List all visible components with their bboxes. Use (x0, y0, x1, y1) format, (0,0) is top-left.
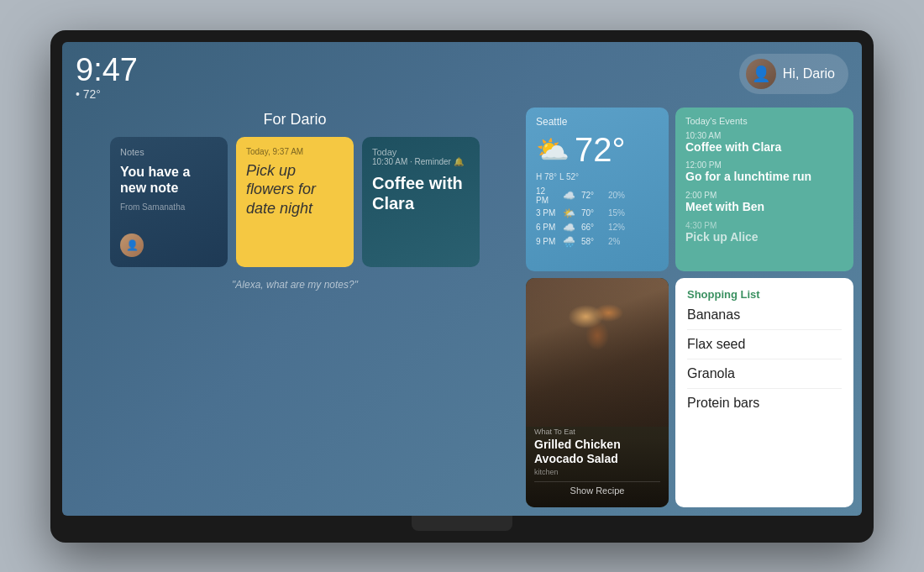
food-decoration (559, 286, 635, 362)
right-bottom-row: What To Eat Grilled Chicken Avocado Sala… (526, 278, 853, 507)
greeting-text: Hi, Dario (783, 66, 835, 81)
forecast-icon-1: 🌤️ (563, 207, 578, 219)
forecast-icon-3: 🌧️ (563, 236, 578, 248)
weather-widget[interactable]: Seattle ⛅ 72° H 78° L 52° (526, 108, 669, 271)
forecast-pct-3: 2% (608, 237, 620, 246)
food-label: What To Eat (534, 428, 660, 436)
right-panel: Seattle ⛅ 72° H 78° L 52° (526, 108, 853, 507)
left-panel: For Dario Notes You have a new note From… (71, 108, 519, 507)
sender-avatar: 👤 (120, 234, 144, 257)
weather-icon: ⛅ (536, 134, 570, 165)
forecast-pct-1: 15% (608, 208, 625, 218)
note-card-label: Notes (120, 147, 218, 157)
reminder-label: Today (372, 147, 470, 157)
forecast-pct-0: 20% (608, 191, 625, 200)
note-card[interactable]: Notes You have a new note From Samanatha… (110, 137, 228, 267)
event-name-3: Pick up Alice (685, 230, 843, 244)
current-temp: • 72° (76, 87, 138, 101)
greeting-area[interactable]: 👤 Hi, Dario (739, 54, 848, 94)
weather-hi: H 78° (536, 172, 557, 181)
event-time-3: 4:30 PM (685, 221, 843, 230)
forecast-row-3: 9 PM 🌧️ 58° 2% (536, 236, 659, 248)
reminder-time: 10:30 AM · Reminder 🔔 (372, 157, 470, 166)
forecast-time-0: 12 PM (536, 186, 559, 205)
forecast-row-1: 3 PM 🌤️ 70° 15% (536, 207, 659, 219)
event-time-0: 10:30 AM (685, 131, 843, 140)
forecast-time-1: 3 PM (536, 208, 559, 218)
event-item-0: 10:30 AM Coffee with Clara (685, 131, 843, 155)
sticky-text: Pick up flowers for date night (246, 161, 344, 218)
tv-screen: 9:47 • 72° 👤 Hi, Dario For Dario (62, 42, 862, 516)
forecast-temp-2: 66° (581, 223, 605, 232)
forecast-row-0: 12 PM ☁️ 72° 20% (536, 186, 659, 205)
tv-shell: 9:47 • 72° 👤 Hi, Dario For Dario (50, 30, 874, 543)
user-avatar: 👤 (746, 59, 776, 89)
event-name-0: Coffee with Clara (685, 140, 843, 155)
event-name-1: Go for a lunchtime run (685, 170, 843, 184)
food-widget[interactable]: What To Eat Grilled Chicken Avocado Sala… (526, 278, 669, 507)
screen-inner: 9:47 • 72° 👤 Hi, Dario For Dario (62, 42, 862, 516)
forecast-time-3: 9 PM (536, 237, 559, 246)
forecast-pct-2: 12% (608, 223, 625, 232)
forecast-temp-0: 72° (581, 191, 605, 200)
events-widget[interactable]: Today's Events 10:30 AM Coffee with Clar… (675, 108, 853, 271)
alexa-prompt: "Alexa, what are my notes?" (71, 272, 519, 297)
weather-forecast: 12 PM ☁️ 72° 20% 3 PM 🌤️ 70° 15% (536, 186, 659, 248)
weather-temp: 72° (575, 131, 626, 169)
event-name-2: Meet with Ben (685, 200, 843, 214)
event-item-1: 12:00 PM Go for a lunchtime run (685, 160, 843, 184)
for-dario-title: For Dario (71, 108, 519, 132)
top-bar: 9:47 • 72° 👤 Hi, Dario (71, 50, 853, 101)
shopping-item-2[interactable]: Granola (687, 366, 842, 389)
forecast-temp-1: 70° (581, 208, 605, 218)
events-title: Today's Events (685, 116, 843, 126)
forecast-time-2: 6 PM (536, 223, 559, 232)
note-card-title: You have a new note (120, 164, 218, 196)
shopping-title: Shopping List (687, 288, 842, 301)
food-name: Grilled Chicken Avocado Salad (534, 438, 660, 466)
reminder-card[interactable]: Today 10:30 AM · Reminder 🔔 Coffee with … (362, 137, 480, 267)
note-card-from: From Samanatha (120, 202, 218, 212)
forecast-icon-2: ☁️ (563, 222, 578, 234)
weather-lo: L 52° (559, 172, 579, 181)
weather-main: ⛅ 72° (536, 131, 659, 169)
forecast-temp-3: 58° (581, 237, 605, 246)
temp-dot: • (76, 87, 80, 101)
time-weather-block: 9:47 • 72° (76, 54, 138, 101)
main-content: For Dario Notes You have a new note From… (71, 108, 853, 507)
forecast-row-2: 6 PM ☁️ 66° 12% (536, 222, 659, 234)
event-item-2: 2:00 PM Meet with Ben (685, 191, 843, 214)
shopping-item-3[interactable]: Protein bars (687, 396, 842, 411)
event-time-2: 2:00 PM (685, 191, 843, 200)
weather-hi-lo: H 78° L 52° (536, 172, 659, 181)
show-recipe-button[interactable]: Show Recipe (534, 481, 660, 499)
sticky-note-card[interactable]: Today, 9:37 AM Pick up flowers for date … (236, 137, 354, 267)
event-item-3: 4:30 PM Pick up Alice (685, 221, 843, 244)
forecast-icon-0: ☁️ (563, 190, 578, 202)
right-top-row: Seattle ⛅ 72° H 78° L 52° (526, 108, 853, 271)
tv-stand (412, 516, 512, 531)
shopping-item-1[interactable]: Flax seed (687, 337, 842, 359)
weather-city: Seattle (536, 116, 659, 128)
temperature-value: 72° (83, 87, 101, 101)
food-source: kitchen (534, 468, 660, 476)
shopping-widget: Shopping List Bananas Flax seed Granola … (675, 278, 853, 507)
reminder-event: Coffee with Clara (372, 173, 470, 213)
event-time-1: 12:00 PM (685, 160, 843, 170)
cards-row: Notes You have a new note From Samanatha… (71, 137, 519, 267)
clock: 9:47 (76, 54, 138, 86)
shopping-item-0[interactable]: Bananas (687, 307, 842, 330)
sticky-date: Today, 9:37 AM (246, 147, 344, 156)
